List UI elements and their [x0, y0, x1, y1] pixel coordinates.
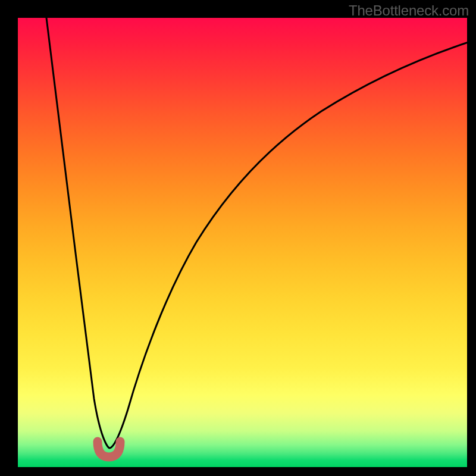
curve-layer: [18, 18, 467, 467]
outer-frame: TheBottleneck.com: [0, 0, 476, 476]
watermark-text: TheBottleneck.com: [349, 2, 469, 19]
bottleneck-curve: [46, 18, 467, 448]
minimum-marker: [98, 441, 120, 457]
plot-area: [18, 18, 467, 467]
